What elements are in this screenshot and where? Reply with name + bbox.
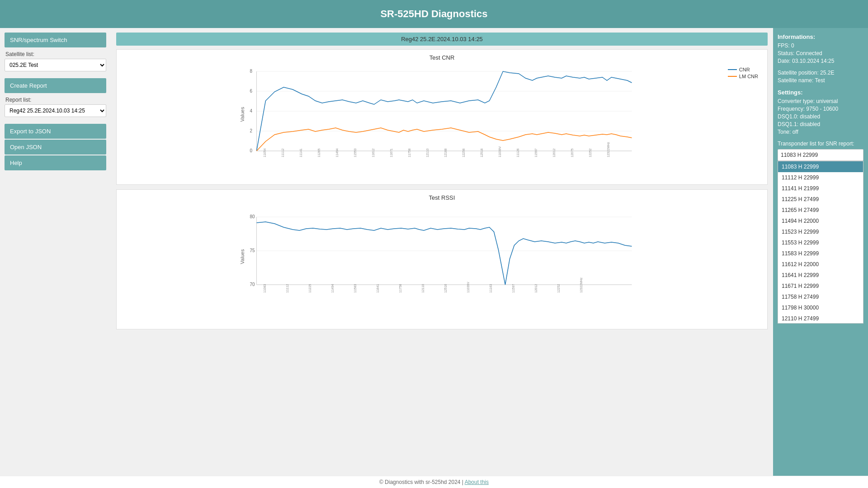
report-list-label: Report list: [5, 97, 106, 103]
about-this-link[interactable]: About this [465, 479, 489, 484]
export-json-button[interactable]: Export to JSON [5, 124, 106, 139]
dropdown-item[interactable]: 11583 H 22999 [778, 248, 863, 259]
help-button[interactable]: Help [5, 155, 106, 170]
dropdown-item[interactable]: 11612 H 22000 [778, 259, 863, 270]
x-label-17: 12012 [552, 148, 556, 157]
snr-switch-button[interactable]: SNR/spectrum Switch [5, 33, 106, 47]
date-info: Date: 03.10.2024 14:25 [778, 58, 863, 64]
dropdown-item[interactable]: 11225 H 27499 [778, 194, 863, 205]
dropdown-item[interactable]: 11641 H 22999 [778, 270, 863, 281]
lm-cnr-color [728, 76, 737, 77]
rssi-x-10: 11039V [467, 282, 470, 293]
transponder-list-label: Transponder list for SNR report: [778, 141, 863, 147]
dsq1-1-info: DSQ1.1: disabled [778, 121, 863, 127]
rssi-y-80: 80 [250, 214, 255, 219]
y-tick-2: 2 [250, 128, 253, 133]
rssi-x-1: 11083 [263, 284, 266, 293]
cnr-y-axis-title: Values [240, 107, 245, 122]
rssi-y-75: 75 [250, 248, 255, 253]
transponder-select-wrapper: 11083 H 22999 11083 H 2299911112 H 22999… [778, 149, 863, 161]
x-label-3: 11141 [299, 148, 302, 157]
rssi-y-70: 70 [250, 282, 255, 287]
x-label-12: 12256 [462, 148, 465, 157]
dsq1-0-info: DSQ1.0: disabled [778, 113, 863, 120]
rssi-y-axis-title: Values [240, 249, 245, 264]
y-tick-6: 6 [250, 89, 253, 94]
settings-title: Settings: [778, 89, 863, 96]
x-label-4: 11265 [317, 148, 321, 157]
rssi-x-2: 11112 [286, 284, 289, 293]
page-title: SR-525HD Diagnostics [380, 8, 487, 19]
satellite-section: Satellite position: 25.2E Satellite name… [778, 70, 863, 84]
rssi-x-7: 11758 [399, 284, 402, 293]
x-label-15: 11126 [516, 148, 519, 157]
footer: © Diagnostics with sr-525hd 2024 | About… [0, 476, 868, 484]
cnr-legend-cnr-label: CNR [739, 67, 750, 72]
x-label-13: 12516 [480, 148, 483, 157]
informations-title: Informations: [778, 33, 863, 40]
satellite-list-select[interactable]: 025.2E TestOther [5, 59, 106, 71]
transponder-section: Transponder list for SNR report: 11083 H… [778, 141, 863, 161]
dropdown-item[interactable]: 11553 H 22999 [778, 237, 863, 248]
x-label-2: 11112 [281, 148, 284, 157]
rssi-x-4: 11494 [331, 284, 334, 293]
dropdown-item[interactable]: 11798 H 30000 [778, 302, 863, 313]
rssi-chart-container: Test RSSI 80 75 70 Values [116, 189, 768, 329]
satellite-position-info: Satellite position: 25.2E [778, 70, 863, 76]
frequency-info: Frequency: 9750 - 10600 [778, 106, 863, 112]
x-label-11: 12188 [444, 148, 447, 157]
cnr-chart-container: Test CNR CNR LM CNR 8 6 4 [116, 49, 768, 185]
cnr-chart-title: Test CNR [121, 54, 763, 61]
center-content: Reg42 25.2E.2024.10.03 14:25 Test CNR CN… [111, 28, 773, 484]
dropdown-item[interactable]: 12110 H 27499 [778, 313, 863, 324]
dropdown-item[interactable]: 11112 H 22999 [778, 172, 863, 183]
tone-info: Tone: off [778, 129, 863, 135]
cnr-chart-area: CNR LM CNR 8 6 4 2 0 Values [121, 65, 763, 178]
satellite-name-info: Satellite name: Test [778, 77, 863, 84]
dropdown-item[interactable]: 11758 H 27499 [778, 291, 863, 302]
x-label-8: 11671 [390, 148, 393, 157]
x-label-19: 12252 [589, 148, 592, 157]
x-label-5: 11494 [335, 148, 339, 157]
dropdown-item[interactable]: 11083 H 22999 [778, 161, 863, 172]
y-tick-8: 8 [250, 69, 253, 74]
dropdown-item[interactable]: 11671 H 22999 [778, 281, 863, 291]
x-label-7: 11612 [372, 148, 375, 157]
rssi-x-6: 11641 [376, 284, 379, 293]
transponder-select[interactable]: 11083 H 22999 [778, 149, 863, 161]
fps-info: FPS: 0 [778, 42, 863, 49]
dropdown-item[interactable]: 11523 H 22999 [778, 226, 863, 237]
x-label-6: 11553 [354, 148, 357, 157]
y-tick-4: 4 [250, 108, 253, 113]
dropdown-item[interactable]: 11265 H 27499 [778, 205, 863, 216]
open-json-button[interactable]: Open JSON [5, 140, 106, 155]
x-label-9: 11758 [408, 148, 411, 157]
x-label-16: 11597 [534, 148, 538, 157]
x-label-1: 11054 [263, 148, 266, 157]
report-list-select[interactable]: Reg42 25.2E.2024.10.03 14:25 [5, 104, 106, 117]
transponder-dropdown[interactable]: 11083 H 2299911112 H 2299911141 H 219991… [778, 161, 863, 324]
rssi-chart-title: Test RSSI [121, 194, 763, 201]
lm-cnr-line [257, 128, 632, 151]
x-label-20: 12322MHz [607, 142, 610, 157]
rssi-x-5: 11583 [354, 284, 357, 293]
x-label-18: 12075 [571, 148, 574, 157]
create-report-button[interactable]: Create Report [5, 78, 106, 93]
status-info: Status: Connected [778, 50, 863, 56]
cnr-svg: 8 6 4 2 0 Values [121, 65, 763, 164]
rssi-chart-area: 80 75 70 Values 11083 11112 [121, 205, 763, 322]
rssi-x-13: 12012 [534, 284, 538, 293]
page-header: SR-525HD Diagnostics [0, 0, 868, 28]
rssi-svg: 80 75 70 Values 11083 11112 [121, 205, 763, 309]
converter-type-info: Converter type: universal [778, 98, 863, 104]
cnr-color [728, 69, 737, 70]
rssi-x-11: 11163 [489, 284, 492, 293]
cnr-legend: CNR LM CNR [728, 67, 758, 80]
rssi-x-14: 12252 [557, 284, 560, 293]
dropdown-item[interactable]: 11141 H 21999 [778, 183, 863, 194]
dropdown-item[interactable]: 11494 H 22000 [778, 216, 863, 226]
x-label-10: 12110 [426, 148, 429, 157]
rssi-x-15: 12322MHz [580, 277, 583, 293]
report-bar: Reg42 25.2E.2024.10.03 14:25 [116, 33, 768, 46]
rssi-x-8: 12110 [421, 284, 425, 293]
